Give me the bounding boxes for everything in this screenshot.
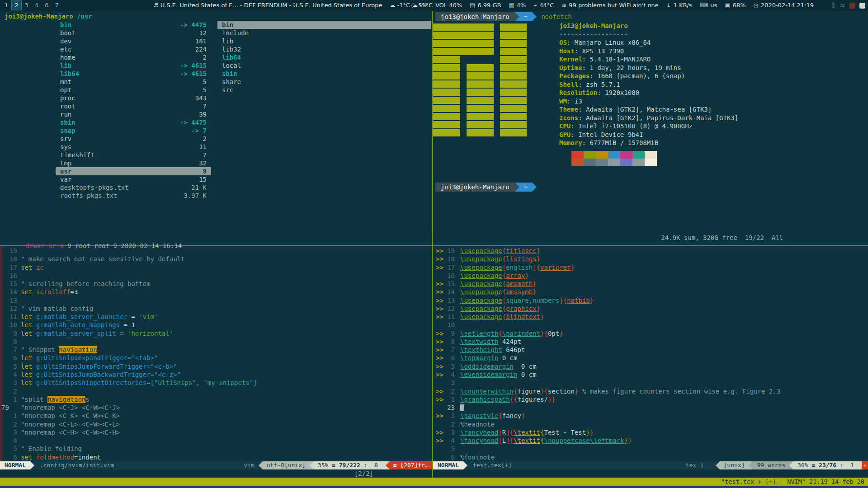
file-row-sys[interactable]: sys11 [56,143,211,151]
workspace-button-4[interactable]: 4 [32,0,42,10]
file-row-lib64[interactable]: lib64 [217,53,431,61]
vim-line[interactable]: 3 [433,379,868,387]
file-row-desktopfs-pkgs.txt[interactable]: desktopfs-pkgs.txt21 K [56,183,211,192]
vim-line[interactable]: 23 [433,404,868,412]
file-row-sbin[interactable]: sbin-> 4475 [56,118,211,127]
vim-line[interactable]: 1"split navigations [0,395,432,404]
vim-line[interactable]: 9let g:matlab_server_split = 'horizontal… [0,329,432,338]
vim-line[interactable]: >>18\usepackage{listings} [433,255,868,263]
file-row-mnt[interactable]: mnt5 [56,78,211,86]
vim-line[interactable]: >>5\oddsidemargin 0 cm [433,362,868,371]
vim-line[interactable]: 7" Snippet navigation [0,346,432,354]
vim-line[interactable]: >>17\usepackage[english]{varioref} [433,263,868,272]
file-row-src[interactable]: src [217,86,431,94]
vim-line[interactable]: 8 [0,338,432,346]
vim-line[interactable]: >>12\usepackage{graphicx} [433,305,868,313]
file-row-lib[interactable]: lib [217,37,431,45]
vim-line[interactable]: 6let g:UltiSnipsExpandTrigger="<tab>" [0,354,432,362]
vim-line[interactable]: 4 [0,436,432,445]
vim-line[interactable]: 12" vim matlab config [0,305,432,313]
vim-line[interactable]: 79"nnoremap <C-J> <C-W><C-J> [0,404,432,412]
vim-line[interactable]: >>15\usepackage{amsmath} [433,280,868,288]
file-row-rootfs-pkgs.txt[interactable]: rootfs-pkgs.txt3.97 K [56,192,211,200]
vim-line[interactable]: 3let g:UltiSnipsSnippetDirectories=["Ult… [0,379,432,387]
file-row-snap[interactable]: snap-> 7 [56,127,211,135]
vim-line[interactable]: >>4\fancyhead[L]{\textit{\nouppercase\le… [433,436,868,445]
vim-line[interactable]: 6set foldmethod=indent [0,453,432,461]
file-row-tmp[interactable]: tmp32 [56,159,211,167]
file-row-run[interactable]: run39 [56,110,211,118]
file-row-usr[interactable]: usr9 [56,167,211,175]
workspace-button-1[interactable]: 1 [1,0,11,10]
mouse-tray-icon[interactable] [859,3,865,9]
vim-line[interactable]: 16 [0,272,432,280]
vim-line[interactable]: 3"nnoremap <C-H> <C-W><C-H> [0,428,432,436]
camera-tray-icon[interactable] [849,3,855,9]
vim-line[interactable]: 17set ic [0,263,432,272]
vim-line[interactable]: >>11\usepackage{blindtext} [433,313,868,321]
vim-line[interactable]: >>14\usepackage{amssymb} [433,288,868,296]
vim-line[interactable]: 10let g:matlab_auto_mappings = 1 [0,321,432,329]
file-row-bin[interactable]: bin [217,21,431,29]
vim-line[interactable]: 16\usepackage{array} [433,272,868,280]
file-row-sbin[interactable]: sbin [217,70,431,78]
file-row-proc[interactable]: proc343 [56,94,211,102]
vim-line[interactable]: 1"nnoremap <C-K> <C-W><C-K> [0,412,432,420]
vim-line[interactable]: 5 [433,445,868,453]
file-row-include[interactable]: include [217,29,431,37]
file-row-lib32[interactable]: lib32 [217,45,431,53]
file-row-timeshift[interactable]: timeshift7 [56,151,211,159]
vim-line[interactable]: 4let g:UltiSnipsJumpBackwardTrigger="<c-… [0,371,432,379]
vim-line[interactable]: 10 [433,321,868,329]
vim-test-tex-buffer[interactable]: >>19\usepackage{titlesec}>>18\usepackage… [433,247,868,461]
bluetooth-tray-icon[interactable]: ᛒ [831,0,835,11]
file-row-home[interactable]: home2 [56,53,211,61]
vim-line[interactable]: >>7\textheight 646pt [433,346,868,354]
vim-init-vim-buffer[interactable]: 1918" make search not case sensitive by … [0,247,432,461]
file-row-root[interactable]: root? [56,102,211,110]
vim-line[interactable]: >>1\graphicspath{{figures/}} [433,395,868,404]
file-row-dev[interactable]: dev181 [56,37,211,45]
file-row-etc[interactable]: etc224 [56,45,211,53]
vim-line[interactable]: 19 [0,247,432,255]
vim-line[interactable]: 2 [0,387,432,395]
vim-line[interactable]: 2%headnote [433,420,868,428]
file-row-var[interactable]: var15 [56,175,211,183]
syntax-segment: \parindent [502,330,540,337]
vim-line[interactable]: >>9\setlength{\parindent}{0pt} [433,329,868,338]
vim-line[interactable]: >>4\evensidemargin 0 cm [433,371,868,379]
vim-line[interactable]: >>3\fancyhead[R]{\textit{Test - Test}} [433,428,868,436]
vim-line[interactable]: 18" make search not case sensitive by de… [0,255,432,263]
vim-line[interactable]: >>1\pagestyle{fancy} [433,412,868,420]
vim-line[interactable]: 5" Enable folding [0,445,432,453]
vim-right-command-line[interactable] [433,469,868,478]
vim-line[interactable]: >>2\counterwithin{figure}{section} % mak… [433,387,868,395]
vim-left-command-line[interactable]: /navigation [2/2] [0,469,432,478]
vim-line[interactable]: 15" scrolling before reaching bottom [0,280,432,288]
vim-line[interactable]: 5let g:UltiSnipsJumpForwardTrigger="<c-b… [0,362,432,371]
vim-line[interactable]: >>19\usepackage{titlesec} [433,247,868,255]
vim-line[interactable]: >>8\textwidth 424pt [433,338,868,346]
file-row-lib64[interactable]: lib64-> 4615 [56,70,211,78]
vim-line[interactable]: >>13\usepackage[square,numbers]{natbib} [433,296,868,305]
file-row-opt[interactable]: opt5 [56,86,211,94]
file-row-lib[interactable]: lib-> 4615 [56,61,211,70]
file-row-share[interactable]: share [217,78,431,86]
vim-line[interactable]: 11let g:matlab_server_launcher = 'vim' [0,313,432,321]
file-row-srv[interactable]: srv2 [56,135,211,143]
vim-line[interactable]: 14set scrolloff=3 [0,288,432,296]
workspace-button-3[interactable]: 3 [22,0,32,10]
zsh-prompt-2[interactable]: joi3@jokeh-Manjaro~ [435,183,537,192]
vim-line[interactable]: 13 [0,296,432,305]
network-tray-icon[interactable]: ≈ [840,0,845,11]
workspace-button-7[interactable]: 7 [52,0,61,10]
vim-line[interactable]: 6%footnote [433,453,868,461]
vim-line[interactable]: >>6\topmargin 0 cm [433,354,868,362]
workspace-button-6[interactable]: 6 [42,0,52,10]
vim-mode-indicator: NORMAL [433,461,463,469]
file-row-local[interactable]: local [217,61,431,70]
vim-line[interactable]: 2"nnoremap <C-L> <C-W><C-L> [0,420,432,428]
workspace-button-2[interactable]: 2 [11,0,21,10]
file-row-bin[interactable]: bin-> 4475 [56,21,211,29]
file-row-boot[interactable]: boot12 [56,29,211,37]
